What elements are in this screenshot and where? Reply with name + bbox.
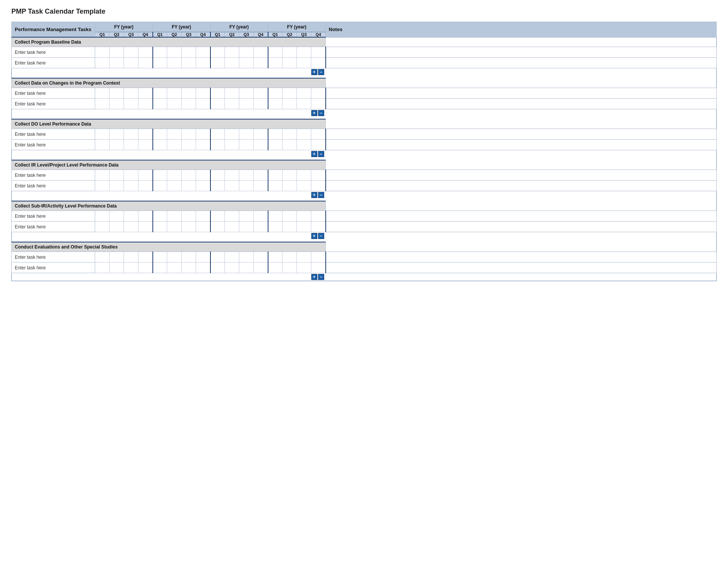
fy3-q1-cell[interactable]	[210, 211, 225, 222]
fy1-q1-cell[interactable]	[95, 47, 110, 58]
fy1-q3-cell[interactable]	[124, 140, 138, 150]
fy4-q2-cell[interactable]	[282, 88, 297, 99]
fy2-q2-cell[interactable]	[167, 129, 182, 140]
fy3-q4-cell[interactable]	[254, 222, 268, 232]
fy4-q4-cell[interactable]	[311, 140, 326, 150]
fy3-q3-cell[interactable]	[239, 99, 254, 109]
task-label[interactable]: Enter task here	[12, 263, 95, 273]
fy4-q2-cell[interactable]	[282, 140, 297, 150]
fy4-q2-cell[interactable]	[282, 181, 297, 191]
fy3-q1-cell[interactable]	[210, 129, 225, 140]
fy3-q2-cell[interactable]	[225, 99, 239, 109]
fy1-q1-cell[interactable]	[95, 170, 110, 181]
fy2-q4-cell[interactable]	[196, 47, 210, 58]
fy2-q3-cell[interactable]	[182, 129, 196, 140]
fy2-q2-cell[interactable]	[167, 181, 182, 191]
notes-cell[interactable]	[326, 211, 717, 222]
fy2-q4-cell[interactable]	[196, 181, 210, 191]
fy2-q2-cell[interactable]	[167, 140, 182, 150]
fy2-q1-cell[interactable]	[153, 47, 167, 58]
fy4-q2-cell[interactable]	[282, 252, 297, 263]
notes-cell[interactable]	[326, 140, 717, 150]
fy2-q1-cell[interactable]	[153, 129, 167, 140]
fy3-q4-cell[interactable]	[254, 170, 268, 181]
fy2-q1-cell[interactable]	[153, 58, 167, 68]
fy1-q4-cell[interactable]	[138, 252, 153, 263]
fy3-q3-cell[interactable]	[239, 222, 254, 232]
fy3-q4-cell[interactable]	[254, 252, 268, 263]
fy4-q2-cell[interactable]	[282, 58, 297, 68]
fy1-q4-cell[interactable]	[138, 211, 153, 222]
task-label[interactable]: Enter task here	[12, 222, 95, 232]
fy1-q4-cell[interactable]	[138, 170, 153, 181]
notes-cell[interactable]	[326, 58, 717, 68]
fy2-q4-cell[interactable]	[196, 140, 210, 150]
fy1-q2-cell[interactable]	[110, 252, 124, 263]
fy4-q3-cell[interactable]	[297, 58, 311, 68]
fy3-q1-cell[interactable]	[210, 222, 225, 232]
fy3-q3-cell[interactable]	[239, 140, 254, 150]
fy4-q2-cell[interactable]	[282, 47, 297, 58]
fy3-q1-cell[interactable]	[210, 58, 225, 68]
fy3-q1-cell[interactable]	[210, 88, 225, 99]
fy1-q1-cell[interactable]	[95, 252, 110, 263]
fy1-q3-cell[interactable]	[124, 58, 138, 68]
fy3-q2-cell[interactable]	[225, 252, 239, 263]
fy3-q4-cell[interactable]	[254, 99, 268, 109]
fy3-q4-cell[interactable]	[254, 129, 268, 140]
fy3-q3-cell[interactable]	[239, 129, 254, 140]
fy2-q2-cell[interactable]	[167, 47, 182, 58]
fy2-q3-cell[interactable]	[182, 211, 196, 222]
fy3-q2-cell[interactable]	[225, 211, 239, 222]
fy2-q2-cell[interactable]	[167, 99, 182, 109]
fy4-q3-cell[interactable]	[297, 88, 311, 99]
fy4-q4-cell[interactable]	[311, 181, 326, 191]
fy1-q2-cell[interactable]	[110, 47, 124, 58]
fy1-q1-cell[interactable]	[95, 222, 110, 232]
fy4-q3-cell[interactable]	[297, 263, 311, 273]
fy1-q1-cell[interactable]	[95, 263, 110, 273]
fy3-q3-cell[interactable]	[239, 211, 254, 222]
fy2-q1-cell[interactable]	[153, 252, 167, 263]
fy1-q2-cell[interactable]	[110, 170, 124, 181]
fy4-q1-cell[interactable]	[268, 99, 282, 109]
fy4-q1-cell[interactable]	[268, 129, 282, 140]
fy2-q3-cell[interactable]	[182, 252, 196, 263]
fy1-q2-cell[interactable]	[110, 99, 124, 109]
fy4-q1-cell[interactable]	[268, 222, 282, 232]
fy4-q2-cell[interactable]	[282, 129, 297, 140]
notes-cell[interactable]	[326, 129, 717, 140]
notes-cell[interactable]	[326, 222, 717, 232]
fy2-q2-cell[interactable]	[167, 88, 182, 99]
notes-cell[interactable]	[326, 263, 717, 273]
fy2-q1-cell[interactable]	[153, 140, 167, 150]
remove-row-button[interactable]: −	[318, 110, 324, 116]
fy1-q1-cell[interactable]	[95, 181, 110, 191]
fy4-q3-cell[interactable]	[297, 129, 311, 140]
fy4-q2-cell[interactable]	[282, 263, 297, 273]
remove-row-button[interactable]: −	[318, 69, 324, 75]
fy2-q1-cell[interactable]	[153, 263, 167, 273]
task-label[interactable]: Enter task here	[12, 252, 95, 263]
fy1-q1-cell[interactable]	[95, 58, 110, 68]
fy4-q4-cell[interactable]	[311, 252, 326, 263]
fy4-q4-cell[interactable]	[311, 222, 326, 232]
fy1-q4-cell[interactable]	[138, 181, 153, 191]
fy4-q1-cell[interactable]	[268, 263, 282, 273]
fy2-q1-cell[interactable]	[153, 211, 167, 222]
fy1-q2-cell[interactable]	[110, 222, 124, 232]
fy2-q2-cell[interactable]	[167, 170, 182, 181]
fy4-q1-cell[interactable]	[268, 88, 282, 99]
remove-row-button[interactable]: −	[318, 233, 324, 239]
fy1-q2-cell[interactable]	[110, 58, 124, 68]
fy2-q1-cell[interactable]	[153, 170, 167, 181]
fy1-q1-cell[interactable]	[95, 129, 110, 140]
fy2-q3-cell[interactable]	[182, 88, 196, 99]
fy3-q3-cell[interactable]	[239, 181, 254, 191]
fy1-q3-cell[interactable]	[124, 88, 138, 99]
remove-row-button[interactable]: −	[318, 151, 324, 157]
fy1-q2-cell[interactable]	[110, 88, 124, 99]
add-row-button[interactable]: +	[311, 69, 317, 75]
fy1-q1-cell[interactable]	[95, 140, 110, 150]
fy4-q4-cell[interactable]	[311, 58, 326, 68]
